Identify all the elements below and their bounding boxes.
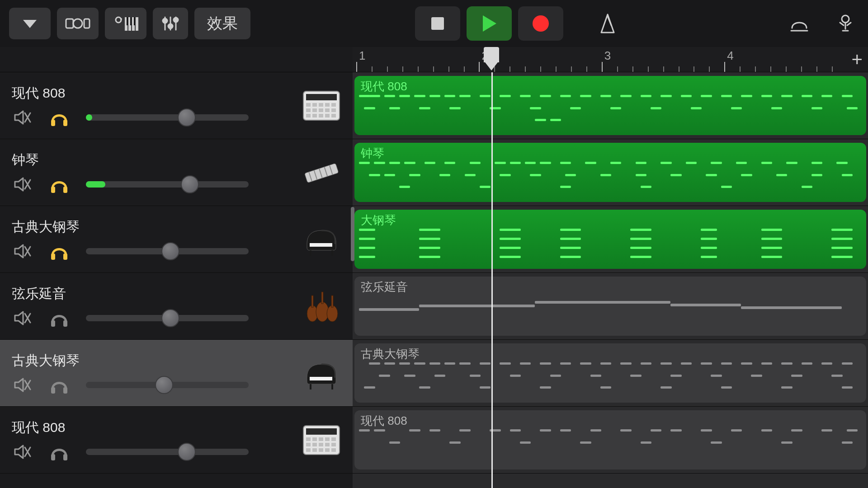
midi-region[interactable]: 钟琴 [354,143,866,202]
midi-region[interactable]: 弦乐延音 [354,277,866,336]
settings-button[interactable] [832,10,859,37]
volume-knob[interactable] [161,242,179,260]
volume-knob[interactable] [161,309,179,327]
svg-rect-43 [51,253,55,260]
region-label: 现代 808 [361,413,860,429]
svg-rect-33 [51,120,55,126]
midi-notes [359,295,862,332]
svg-rect-34 [63,120,67,126]
mixer-button[interactable] [153,8,188,39]
arrange-lane[interactable]: 弦乐延音 [353,273,868,340]
volume-knob[interactable] [178,108,196,127]
region-label: 大钢琴 [361,212,860,228]
volume-slider[interactable] [86,248,249,254]
midi-region[interactable]: 现代 808 [354,76,866,135]
track-name-label: 现代 808 [12,418,344,437]
mute-button[interactable] [12,174,33,195]
arrange-lane[interactable]: 古典大钢琴 [353,340,868,407]
arrange-lane[interactable]: 钟琴 [353,139,868,206]
track-row[interactable]: 钟琴 [0,139,353,206]
track-row[interactable]: 弦乐延音 [0,273,353,340]
track-row[interactable]: 现代 808 [0,72,353,139]
instrument-view-button[interactable] [105,8,146,39]
playhead-handle[interactable] [484,47,499,62]
svg-marker-45 [15,312,23,324]
volume-slider[interactable] [86,449,249,455]
solo-button[interactable] [49,375,70,395]
svg-rect-49 [63,320,67,327]
solo-button[interactable] [49,441,70,462]
my-songs-button[interactable] [9,8,51,39]
track-row[interactable]: 古典大钢琴 [0,340,353,407]
svg-rect-19 [431,17,444,30]
mute-button[interactable] [12,308,33,328]
midi-region[interactable]: 现代 808 [354,410,866,469]
instrument-icon[interactable] [300,419,343,461]
solo-button[interactable] [49,174,70,195]
volume-slider[interactable] [86,382,249,388]
add-track-button[interactable]: + [851,50,863,69]
volume-knob[interactable] [155,376,173,394]
solo-button[interactable] [49,241,70,262]
arrange-lane[interactable]: 大钢琴 [353,206,868,273]
midi-notes [359,94,862,131]
toolbar: 效果 [0,0,868,47]
ruler-bar-number: 3 [604,49,611,63]
region-label: 古典大钢琴 [361,346,860,362]
svg-rect-53 [51,387,55,394]
svg-rect-9 [136,17,138,31]
track-name-label: 现代 808 [12,84,344,103]
arrange-area: + 1234 现代 808钟琴大钢琴弦乐延音古典大钢琴现代 808 [353,47,868,488]
svg-rect-38 [51,187,55,193]
ruler-bar-number: 1 [359,49,365,63]
svg-point-2 [73,19,82,28]
view-browser-button[interactable] [57,8,99,39]
svg-rect-44 [63,253,67,260]
instrument-icon[interactable] [300,218,343,261]
track-row[interactable]: 现代 808 [0,407,353,474]
svg-line-28 [840,23,844,25]
arrange-lanes[interactable]: 现代 808钟琴大钢琴弦乐延音古典大钢琴现代 808 [353,72,868,488]
fx-button[interactable]: 效果 [194,8,250,39]
instrument-icon[interactable] [300,84,343,127]
instrument-icon[interactable] [300,151,343,194]
svg-marker-0 [23,20,37,28]
metronome-button[interactable] [594,10,621,37]
record-button[interactable] [518,6,563,41]
instrument-icon[interactable] [300,285,343,328]
svg-point-18 [174,18,178,22]
transport [415,6,563,41]
volume-slider[interactable] [86,114,249,121]
mute-button[interactable] [12,241,33,262]
mute-button[interactable] [12,441,33,462]
track-row[interactable]: 古典大钢琴 [0,206,353,273]
track-name-label: 古典大钢琴 [12,352,344,370]
loop-button[interactable] [786,10,813,37]
svg-marker-55 [15,446,23,458]
solo-button[interactable] [49,308,70,328]
volume-knob[interactable] [181,175,199,193]
volume-meter [86,181,105,188]
svg-point-4 [116,17,121,23]
mute-button[interactable] [12,375,33,395]
svg-rect-58 [51,454,55,460]
volume-slider[interactable] [86,315,249,321]
svg-line-29 [847,23,851,25]
timeline-ruler[interactable]: + 1234 [353,47,868,72]
midi-region[interactable]: 大钢琴 [354,210,866,269]
volume-knob[interactable] [178,443,196,461]
svg-rect-39 [63,187,67,193]
region-label: 弦乐延音 [361,279,860,295]
arrange-lane[interactable]: 现代 808 [353,407,868,474]
volume-slider[interactable] [86,181,249,188]
solo-button[interactable] [49,107,70,128]
instrument-icon[interactable] [300,352,343,394]
svg-rect-59 [63,454,67,460]
scroll-indicator[interactable] [351,207,354,261]
arrange-lane[interactable]: 现代 808 [353,72,868,139]
midi-region[interactable]: 古典大钢琴 [354,343,866,403]
play-button[interactable] [467,6,512,41]
track-name-label: 古典大钢琴 [12,218,344,236]
mute-button[interactable] [12,107,33,128]
stop-button[interactable] [415,6,460,41]
